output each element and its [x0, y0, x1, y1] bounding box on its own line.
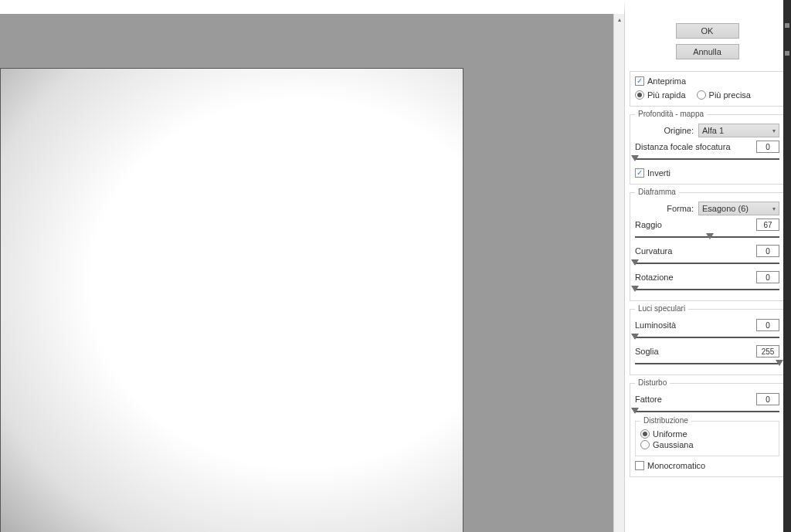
preview-label: Anteprima — [647, 76, 686, 86]
curvature-track[interactable] — [635, 259, 779, 268]
distribution-title: Distribuzione — [640, 416, 691, 425]
monochromatic-label: Monocromatico — [647, 461, 705, 470]
focal-distance-track[interactable] — [635, 154, 779, 164]
preview-canvas — [0, 68, 463, 532]
threshold-label: Soglia — [635, 347, 659, 356]
ok-button[interactable]: OK — [676, 23, 739, 39]
faster-label: Più rapida — [647, 90, 686, 100]
settings-panel: OK Annulla ✓ Anteprima Più rapida Più pr… — [625, 0, 791, 532]
focal-distance-label: Distanza focale sfocatura — [635, 142, 731, 151]
focal-distance-slider: Distanza focale sfocatura — [635, 141, 779, 164]
specular-title: Luci speculari — [635, 304, 688, 313]
rotation-label: Rotazione — [635, 273, 674, 282]
curvature-input[interactable] — [756, 245, 779, 257]
amount-input[interactable] — [756, 393, 779, 405]
shape-label: Forma: — [667, 204, 694, 213]
invert-checkbox[interactable]: ✓ — [635, 168, 644, 178]
threshold-track[interactable] — [635, 359, 779, 368]
preview-area: ▴ — [0, 0, 625, 532]
uniform-label: Uniforme — [653, 429, 687, 439]
brightness-label: Luminosità — [635, 320, 676, 330]
radius-label: Raggio — [635, 220, 662, 229]
iris-title: Diaframma — [635, 188, 679, 196]
faster-radio[interactable] — [635, 90, 644, 100]
radius-input[interactable] — [756, 219, 779, 231]
noise-title: Disturbo — [635, 378, 670, 387]
source-value: Alfa 1 — [702, 126, 724, 135]
source-select[interactable]: Alfa 1 ▾ — [698, 124, 779, 137]
gaussian-label: Gaussiana — [653, 440, 694, 449]
preview-checkbox[interactable]: ✓ — [635, 76, 644, 86]
monochromatic-checkbox[interactable] — [635, 461, 644, 470]
depth-map-group: Profondità - mappa Origine: Alfa 1 ▾ Dis… — [630, 114, 785, 185]
amount-label: Fattore — [635, 395, 662, 404]
radius-track[interactable] — [635, 232, 779, 242]
rotation-input[interactable] — [756, 271, 779, 283]
shape-value: Esagono (6) — [702, 204, 749, 213]
panel-tab-icon[interactable] — [785, 23, 789, 28]
precise-radio[interactable] — [697, 90, 706, 100]
brightness-track[interactable] — [635, 333, 779, 342]
invert-label: Inverti — [647, 168, 670, 178]
chevron-down-icon: ▾ — [772, 205, 776, 212]
curvature-label: Curvatura — [635, 246, 672, 256]
threshold-input[interactable] — [756, 345, 779, 357]
distribution-group: Distribuzione Uniforme Gaussiana — [635, 421, 779, 456]
uniform-radio[interactable] — [640, 429, 650, 439]
focal-distance-input[interactable] — [756, 141, 779, 153]
specular-group: Luci speculari Luminosità Soglia — [630, 309, 785, 375]
gaussian-radio[interactable] — [640, 440, 650, 449]
app-right-strip — [783, 0, 791, 532]
chevron-down-icon: ▾ — [772, 127, 776, 134]
scroll-up-icon[interactable]: ▴ — [614, 14, 625, 25]
brightness-input[interactable] — [756, 319, 779, 331]
iris-group: Diaframma Forma: Esagono (6) ▾ Raggio Cu… — [630, 192, 785, 301]
noise-group: Disturbo Fattore Distribuzione Uniforme … — [630, 383, 785, 477]
panel-tab-icon[interactable] — [785, 51, 789, 56]
source-label: Origine: — [664, 126, 694, 135]
vertical-scrollbar[interactable]: ▴ — [613, 14, 624, 532]
precise-label: Più precisa — [709, 90, 751, 100]
depth-map-title: Profondità - mappa — [635, 110, 707, 118]
cancel-button[interactable]: Annulla — [676, 44, 739, 59]
rotation-track[interactable] — [635, 285, 779, 294]
preview-group: ✓ Anteprima Più rapida Più precisa — [630, 71, 785, 107]
amount-track[interactable] — [635, 407, 779, 416]
shape-select[interactable]: Esagono (6) ▾ — [698, 202, 779, 215]
